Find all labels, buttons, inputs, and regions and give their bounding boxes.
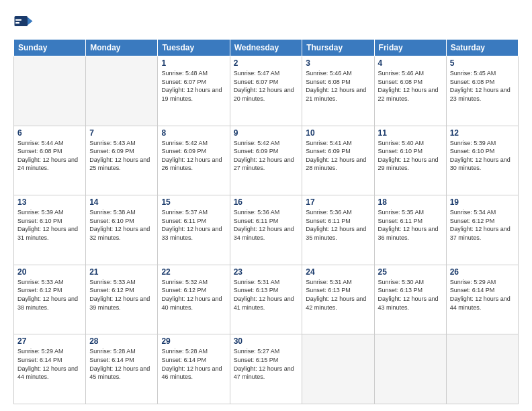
day-number: 3 [306, 58, 370, 68]
calendar-cell: 28Sunrise: 5:28 AM Sunset: 6:14 PM Dayli… [86, 334, 158, 404]
weekday-saturday: Saturday [446, 40, 518, 56]
day-number: 1 [161, 58, 226, 68]
day-number: 13 [17, 197, 82, 207]
weekday-tuesday: Tuesday [158, 40, 230, 56]
svg-marker-1 [28, 17, 33, 26]
day-number: 4 [378, 58, 443, 68]
day-number: 23 [234, 267, 299, 277]
calendar-cell: 7Sunrise: 5:43 AM Sunset: 6:09 PM Daylig… [86, 126, 158, 195]
day-number: 30 [234, 336, 299, 346]
calendar-body: 1Sunrise: 5:48 AM Sunset: 6:07 PM Daylig… [14, 56, 519, 404]
calendar-cell [302, 334, 374, 404]
calendar-week-5: 27Sunrise: 5:29 AM Sunset: 6:14 PM Dayli… [14, 334, 519, 404]
calendar-header: SundayMondayTuesdayWednesdayThursdayFrid… [14, 40, 519, 56]
day-number: 17 [306, 197, 370, 207]
day-number: 29 [161, 336, 226, 346]
calendar-cell: 19Sunrise: 5:34 AM Sunset: 6:12 PM Dayli… [446, 195, 518, 265]
day-number: 26 [450, 267, 515, 277]
calendar-cell: 25Sunrise: 5:30 AM Sunset: 6:13 PM Dayli… [374, 265, 446, 334]
calendar-cell: 12Sunrise: 5:39 AM Sunset: 6:10 PM Dayli… [446, 126, 518, 195]
day-number: 5 [450, 58, 515, 68]
day-info: Sunrise: 5:39 AM Sunset: 6:10 PM Dayligh… [17, 208, 82, 242]
day-number: 7 [89, 128, 154, 138]
calendar-cell: 29Sunrise: 5:28 AM Sunset: 6:14 PM Dayli… [158, 334, 230, 404]
logo [13, 12, 36, 32]
day-info: Sunrise: 5:36 AM Sunset: 6:11 PM Dayligh… [306, 208, 370, 242]
day-number: 14 [89, 197, 154, 207]
day-info: Sunrise: 5:46 AM Sunset: 6:08 PM Dayligh… [378, 69, 443, 103]
calendar-cell: 21Sunrise: 5:33 AM Sunset: 6:12 PM Dayli… [86, 265, 158, 334]
calendar-cell: 26Sunrise: 5:29 AM Sunset: 6:14 PM Dayli… [446, 265, 518, 334]
day-number: 8 [161, 128, 226, 138]
calendar-cell: 4Sunrise: 5:46 AM Sunset: 6:08 PM Daylig… [374, 56, 446, 126]
calendar-cell: 18Sunrise: 5:35 AM Sunset: 6:11 PM Dayli… [374, 195, 446, 265]
page: SundayMondayTuesdayWednesdayThursdayFrid… [0, 0, 532, 411]
calendar-cell [14, 56, 86, 126]
day-number: 10 [306, 128, 370, 138]
calendar-cell: 9Sunrise: 5:42 AM Sunset: 6:09 PM Daylig… [230, 126, 302, 195]
day-info: Sunrise: 5:42 AM Sunset: 6:09 PM Dayligh… [234, 139, 299, 173]
day-number: 22 [161, 267, 226, 277]
day-info: Sunrise: 5:43 AM Sunset: 6:09 PM Dayligh… [89, 139, 154, 173]
calendar-week-4: 20Sunrise: 5:33 AM Sunset: 6:12 PM Dayli… [14, 265, 519, 334]
svg-rect-2 [15, 19, 21, 21]
day-info: Sunrise: 5:37 AM Sunset: 6:11 PM Dayligh… [161, 208, 226, 242]
day-number: 21 [89, 267, 154, 277]
calendar-cell: 20Sunrise: 5:33 AM Sunset: 6:12 PM Dayli… [14, 265, 86, 334]
day-info: Sunrise: 5:29 AM Sunset: 6:14 PM Dayligh… [17, 347, 82, 381]
calendar-week-2: 6Sunrise: 5:44 AM Sunset: 6:08 PM Daylig… [14, 126, 519, 195]
day-info: Sunrise: 5:33 AM Sunset: 6:12 PM Dayligh… [17, 278, 82, 312]
day-number: 24 [306, 267, 370, 277]
day-info: Sunrise: 5:28 AM Sunset: 6:14 PM Dayligh… [161, 347, 226, 381]
calendar-cell [86, 56, 158, 126]
day-info: Sunrise: 5:48 AM Sunset: 6:07 PM Dayligh… [161, 69, 226, 103]
calendar-cell: 15Sunrise: 5:37 AM Sunset: 6:11 PM Dayli… [158, 195, 230, 265]
svg-rect-0 [15, 16, 28, 26]
calendar-cell: 1Sunrise: 5:48 AM Sunset: 6:07 PM Daylig… [158, 56, 230, 126]
logo-icon [13, 12, 34, 32]
calendar-cell: 14Sunrise: 5:38 AM Sunset: 6:10 PM Dayli… [86, 195, 158, 265]
calendar-week-1: 1Sunrise: 5:48 AM Sunset: 6:07 PM Daylig… [14, 56, 519, 126]
calendar-cell: 30Sunrise: 5:27 AM Sunset: 6:15 PM Dayli… [230, 334, 302, 404]
calendar-cell: 5Sunrise: 5:45 AM Sunset: 6:08 PM Daylig… [446, 56, 518, 126]
day-number: 12 [450, 128, 515, 138]
day-number: 2 [234, 58, 299, 68]
day-info: Sunrise: 5:31 AM Sunset: 6:13 PM Dayligh… [306, 278, 370, 312]
day-info: Sunrise: 5:33 AM Sunset: 6:12 PM Dayligh… [89, 278, 154, 312]
day-number: 6 [17, 128, 82, 138]
day-info: Sunrise: 5:45 AM Sunset: 6:08 PM Dayligh… [450, 69, 515, 103]
calendar-cell: 2Sunrise: 5:47 AM Sunset: 6:07 PM Daylig… [230, 56, 302, 126]
day-number: 19 [450, 197, 515, 207]
calendar-cell [446, 334, 518, 404]
calendar-cell: 3Sunrise: 5:46 AM Sunset: 6:08 PM Daylig… [302, 56, 374, 126]
weekday-sunday: Sunday [14, 40, 86, 56]
day-number: 11 [378, 128, 443, 138]
day-info: Sunrise: 5:34 AM Sunset: 6:12 PM Dayligh… [450, 208, 515, 242]
weekday-header-row: SundayMondayTuesdayWednesdayThursdayFrid… [14, 40, 519, 56]
day-info: Sunrise: 5:32 AM Sunset: 6:12 PM Dayligh… [161, 278, 226, 312]
day-info: Sunrise: 5:28 AM Sunset: 6:14 PM Dayligh… [89, 347, 154, 381]
weekday-friday: Friday [374, 40, 446, 56]
day-info: Sunrise: 5:27 AM Sunset: 6:15 PM Dayligh… [234, 347, 299, 381]
day-info: Sunrise: 5:46 AM Sunset: 6:08 PM Dayligh… [306, 69, 370, 103]
day-info: Sunrise: 5:31 AM Sunset: 6:13 PM Dayligh… [234, 278, 299, 312]
calendar-cell: 6Sunrise: 5:44 AM Sunset: 6:08 PM Daylig… [14, 126, 86, 195]
day-info: Sunrise: 5:29 AM Sunset: 6:14 PM Dayligh… [450, 278, 515, 312]
day-info: Sunrise: 5:41 AM Sunset: 6:09 PM Dayligh… [306, 139, 370, 173]
day-number: 20 [17, 267, 82, 277]
weekday-thursday: Thursday [302, 40, 374, 56]
day-info: Sunrise: 5:47 AM Sunset: 6:07 PM Dayligh… [234, 69, 299, 103]
svg-rect-3 [15, 22, 19, 24]
day-info: Sunrise: 5:40 AM Sunset: 6:10 PM Dayligh… [378, 139, 443, 173]
day-number: 28 [89, 336, 154, 346]
day-info: Sunrise: 5:39 AM Sunset: 6:10 PM Dayligh… [450, 139, 515, 173]
calendar-cell: 8Sunrise: 5:42 AM Sunset: 6:09 PM Daylig… [158, 126, 230, 195]
weekday-wednesday: Wednesday [230, 40, 302, 56]
calendar-cell: 16Sunrise: 5:36 AM Sunset: 6:11 PM Dayli… [230, 195, 302, 265]
day-info: Sunrise: 5:42 AM Sunset: 6:09 PM Dayligh… [161, 139, 226, 173]
calendar-table: SundayMondayTuesdayWednesdayThursdayFrid… [13, 39, 519, 404]
day-number: 18 [378, 197, 443, 207]
header [13, 12, 519, 32]
calendar-cell: 22Sunrise: 5:32 AM Sunset: 6:12 PM Dayli… [158, 265, 230, 334]
day-number: 15 [161, 197, 226, 207]
